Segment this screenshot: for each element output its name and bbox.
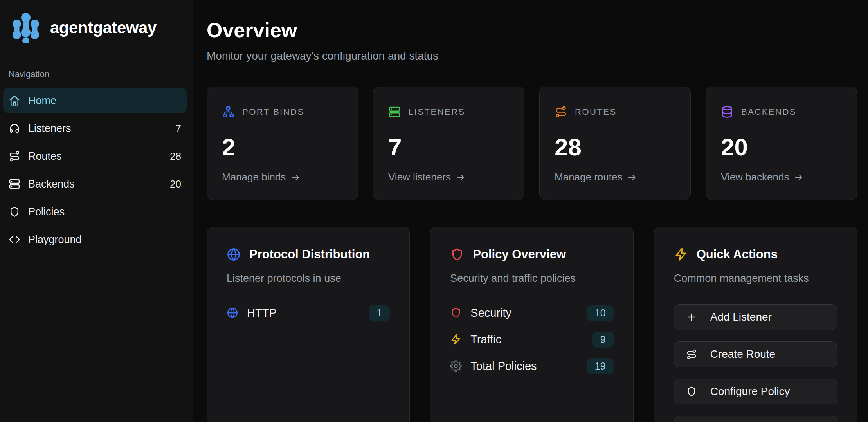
nav-section-label: Navigation — [9, 69, 187, 79]
shield-icon — [9, 206, 20, 218]
arrow-right-icon — [456, 172, 466, 182]
stat-link-label: Manage binds — [222, 171, 286, 183]
protocol-count-badge: 1 — [369, 305, 390, 321]
protocol-distribution-panel: Protocol Distribution Listener protocols… — [207, 227, 410, 422]
stat-card-backends[interactable]: BACKENDS 20 View backends — [706, 87, 857, 200]
route-icon — [686, 349, 697, 360]
arrow-right-icon — [794, 172, 804, 182]
route-icon — [9, 150, 20, 162]
stat-card-header: PORT BINDS — [222, 106, 343, 118]
sidebar-item-count: 28 — [170, 150, 181, 162]
protocol-list: HTTP 1 — [227, 304, 390, 321]
sidebar-item-label: Policies — [28, 206, 65, 218]
sidebar-item-policies[interactable]: Policies — [3, 199, 187, 224]
panels-grid: Protocol Distribution Listener protocols… — [207, 227, 857, 422]
manage-binds-link[interactable]: Manage binds — [222, 171, 343, 183]
shield-icon — [686, 386, 697, 397]
server-icon — [9, 178, 20, 190]
brand-header: agentgateway — [0, 0, 193, 56]
globe-icon — [227, 247, 241, 261]
plus-icon — [686, 312, 697, 323]
sidebar-item-home[interactable]: Home — [3, 88, 187, 113]
globe-icon — [227, 307, 238, 319]
protocol-label: HTTP — [247, 307, 277, 319]
sidebar-item-backends[interactable]: Backends 20 — [3, 171, 187, 197]
stats-grid: PORT BINDS 2 Manage binds LISTENERS 7 Vi… — [207, 87, 857, 200]
panel-header: Policy Overview — [450, 247, 613, 261]
stat-link-label: View backends — [721, 171, 789, 183]
panel-title: Policy Overview — [473, 247, 566, 261]
add-listener-button[interactable]: Add Listener — [674, 304, 837, 330]
stat-label: PORT BINDS — [242, 107, 304, 117]
policy-row-security: Security 10 — [450, 304, 613, 321]
policy-label: Traffic — [470, 333, 501, 346]
agentgateway-logo-icon — [12, 12, 40, 43]
headphones-icon — [9, 123, 20, 134]
stat-card-port-binds[interactable]: PORT BINDS 2 Manage binds — [207, 87, 358, 200]
stat-card-header: BACKENDS — [721, 106, 842, 118]
sidebar-nav: Navigation Home Listeners 7 Routes 28 Ba… — [0, 56, 193, 264]
page-subtitle: Monitor your gateway's configuration and… — [207, 49, 857, 63]
sidebar-divider — [3, 264, 187, 264]
main-content: Overview Monitor your gateway's configur… — [193, 0, 868, 422]
view-backends-link[interactable]: View backends — [721, 171, 842, 183]
quick-action-partial-button[interactable] — [674, 416, 837, 422]
server-icon — [388, 106, 401, 118]
zap-icon — [674, 247, 688, 261]
sidebar-item-label: Listeners — [28, 123, 71, 135]
stat-card-header: LISTENERS — [388, 106, 509, 118]
stat-value: 20 — [721, 133, 842, 161]
sidebar-item-listeners[interactable]: Listeners 7 — [3, 116, 187, 141]
policy-label: Total Policies — [470, 360, 537, 373]
sidebar-item-label: Home — [28, 95, 56, 107]
panel-title: Quick Actions — [697, 247, 778, 261]
stat-label: LISTENERS — [409, 107, 465, 117]
panel-subtitle: Common management tasks — [674, 272, 837, 285]
route-icon — [555, 106, 567, 118]
policy-row-total: Total Policies 19 — [450, 357, 613, 375]
stat-value: 7 — [388, 133, 509, 161]
quick-actions-list: Add Listener Create Route Configure Poli… — [674, 304, 837, 422]
panel-header: Quick Actions — [674, 247, 837, 261]
manage-routes-link[interactable]: Manage routes — [555, 171, 675, 183]
sidebar-item-count: 20 — [170, 178, 181, 190]
create-route-button[interactable]: Create Route — [674, 341, 837, 367]
policy-count-badge: 19 — [587, 358, 614, 374]
panel-title: Protocol Distribution — [249, 247, 370, 261]
brand-name: agentgateway — [50, 18, 157, 37]
sidebar-item-routes[interactable]: Routes 28 — [3, 144, 187, 169]
stat-card-listeners[interactable]: LISTENERS 7 View listeners — [373, 87, 524, 200]
sidebar-item-label: Routes — [28, 150, 62, 162]
sidebar-item-label: Playground — [28, 234, 82, 246]
sidebar: agentgateway Navigation Home Listeners 7… — [0, 0, 193, 422]
button-label: Add Listener — [710, 311, 772, 323]
stat-value: 2 — [222, 133, 343, 161]
page-title: Overview — [207, 19, 857, 42]
app-root: agentgateway Navigation Home Listeners 7… — [0, 0, 868, 422]
policy-label: Security — [470, 307, 511, 319]
policy-overview-panel: Policy Overview Security and traffic pol… — [430, 227, 633, 422]
quick-actions-panel: Quick Actions Common management tasks Ad… — [654, 227, 857, 422]
code-icon — [9, 234, 20, 245]
view-listeners-link[interactable]: View listeners — [388, 171, 509, 183]
policy-count-badge: 10 — [587, 305, 614, 321]
panel-subtitle: Security and traffic policies — [450, 272, 613, 285]
button-label: Create Route — [710, 348, 776, 361]
gear-icon — [450, 360, 462, 372]
configure-policy-button[interactable]: Configure Policy — [674, 379, 837, 404]
stat-link-label: Manage routes — [555, 171, 622, 183]
sidebar-item-label: Backends — [28, 178, 75, 190]
panel-subtitle: Listener protocols in use — [227, 272, 390, 285]
arrow-right-icon — [290, 172, 301, 182]
stat-card-routes[interactable]: ROUTES 28 Manage routes — [539, 87, 691, 200]
protocol-row-http: HTTP 1 — [227, 304, 390, 321]
stat-label: BACKENDS — [741, 107, 796, 117]
policy-count-badge: 9 — [592, 332, 614, 348]
stat-value: 28 — [555, 133, 675, 161]
stat-label: ROUTES — [575, 107, 617, 117]
policy-list: Security 10 Traffic 9 Total Policies 19 — [450, 304, 613, 375]
policy-row-traffic: Traffic 9 — [450, 331, 613, 348]
sidebar-item-playground[interactable]: Playground — [3, 227, 187, 252]
zap-icon — [450, 334, 462, 345]
home-icon — [9, 95, 20, 106]
